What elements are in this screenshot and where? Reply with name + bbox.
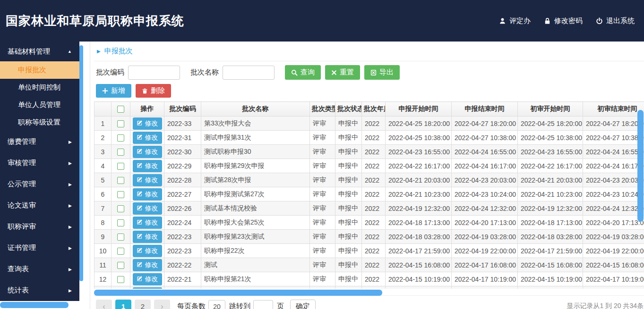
modify-button[interactable]: 修改: [133, 217, 162, 229]
header-link-user[interactable]: 评定办: [499, 17, 531, 25]
cell-review-end: 2022-04-24 16:17:00: [583, 159, 644, 173]
edit-icon: [137, 162, 143, 170]
sidebar-item-label: 统计表: [8, 286, 29, 295]
column-header-7: 申报结束时间: [452, 102, 518, 117]
header-link-logout[interactable]: 退出系统: [596, 17, 635, 25]
edit-icon: [137, 120, 143, 127]
sidebar-horizontal-scrollbar[interactable]: [0, 302, 69, 308]
cell-declare-end: 2022-04-19 03:28:00: [452, 230, 518, 244]
cell-declare-end: 2022-04-17 16:08:00: [452, 258, 518, 272]
reset-button[interactable]: 重置: [325, 65, 360, 80]
cell-batch-type: 评审: [310, 216, 335, 230]
delete-button[interactable]: 删除: [136, 84, 171, 98]
jump-page-input[interactable]: [253, 300, 273, 309]
sidebar-item-publicity-management[interactable]: 公示管理▶: [0, 174, 79, 195]
next-page-button[interactable]: ›: [154, 300, 170, 309]
cell-review-end: 2022-04-24 16:55:00: [583, 145, 644, 159]
modify-button[interactable]: 修改: [133, 160, 162, 172]
row-checkbox[interactable]: [117, 248, 124, 255]
cell-review-end: 2022-04-15 16:08:00: [583, 258, 644, 272]
cell-batch-year: 2022: [362, 272, 386, 286]
header-link-label: 评定办: [509, 17, 531, 25]
cell-batch-year: 2022: [362, 230, 386, 244]
sidebar-item-label: 公示管理: [8, 180, 36, 189]
sidebar-item-label: 基础材料管理: [8, 47, 50, 56]
modify-button[interactable]: 修改: [133, 287, 162, 289]
modify-button[interactable]: 修改: [133, 245, 162, 257]
row-checkbox[interactable]: [117, 262, 124, 269]
sidebar-item-query-table[interactable]: 查询表▶: [0, 259, 79, 280]
table-row: 9修改2022-23职称申报第23次测试评审申报中20222022-04-18 …: [94, 230, 644, 244]
modify-button[interactable]: 修改: [133, 188, 162, 200]
sidebar-item-basic-materials[interactable]: 基础材料管理▲: [0, 42, 79, 61]
cell-batch-type: 评审: [310, 230, 335, 244]
sidebar-item-title-level-setting[interactable]: 职称等级设置: [0, 114, 79, 131]
sidebar-item-statistics-table[interactable]: 统计表▶: [0, 280, 79, 301]
modify-button-label: 修改: [145, 275, 158, 284]
modify-button[interactable]: 修改: [133, 231, 162, 243]
page-button-2[interactable]: 2: [135, 300, 151, 309]
sidebar-item-declare-batch[interactable]: 申报批次: [0, 61, 79, 79]
edit-icon: [137, 247, 143, 255]
modify-button[interactable]: 修改: [133, 273, 162, 285]
cell-operation: 修改: [130, 173, 164, 187]
sidebar-item-label: 申报批次: [18, 66, 46, 75]
sidebar-item-audit-management[interactable]: 审核管理▶: [0, 152, 79, 174]
per-page-input[interactable]: [208, 300, 225, 309]
sidebar-item-label: 证书管理: [8, 243, 36, 252]
export-button[interactable]: 导出: [364, 65, 400, 80]
sidebar-item-title-review[interactable]: 职称评审▶: [0, 216, 79, 237]
table-vertical-scrollbar[interactable]: [637, 110, 644, 222]
modify-button[interactable]: 修改: [133, 117, 162, 130]
batch-name-input[interactable]: [223, 66, 275, 80]
row-checkbox[interactable]: [117, 219, 124, 226]
confirm-button[interactable]: 确定: [290, 300, 316, 309]
sidebar-item-unit-time-control[interactable]: 单位时间控制: [0, 79, 79, 96]
row-checkbox[interactable]: [117, 205, 124, 212]
select-all-checkbox[interactable]: [117, 106, 124, 113]
cell-review-start: 2022-04-21 10:23:00: [518, 187, 583, 201]
batch-code-input[interactable]: [128, 66, 180, 80]
cell-review-start: [518, 286, 583, 289]
sidebar-item-label: 单位人员管理: [18, 100, 60, 109]
column-row-number: [94, 102, 112, 117]
add-button[interactable]: 新增: [96, 84, 131, 98]
row-checkbox[interactable]: [117, 120, 124, 127]
column-header-0: 操作: [130, 102, 164, 117]
row-checkbox[interactable]: [117, 163, 124, 170]
edit-icon: [137, 176, 143, 184]
prev-page-button[interactable]: ‹: [96, 300, 112, 309]
query-button[interactable]: 查询: [285, 65, 321, 80]
modify-button[interactable]: 修改: [133, 146, 162, 158]
row-checkbox[interactable]: [117, 149, 124, 156]
row-checkbox[interactable]: [117, 177, 124, 184]
page-button-1[interactable]: 1: [115, 300, 131, 309]
row-checkbox[interactable]: [117, 234, 124, 241]
header-link-change-password[interactable]: 修改密码: [544, 17, 583, 25]
row-checkbox[interactable]: [117, 134, 124, 142]
table-header-row: 操作批次编码批次名称批次类型批次状态批次年度申报开始时间申报结束时间初审开始时间…: [94, 102, 644, 117]
cell-batch-name: 测试: [201, 258, 310, 272]
table-row: 7修改2022-26测试基本情况校验评审申报中20222022-04-19 12…: [94, 201, 644, 216]
sidebar-item-payment-management[interactable]: 缴费管理▶: [0, 131, 79, 152]
cell-batch-name: 测试申报第31次: [201, 131, 310, 145]
row-index: 4: [94, 159, 112, 173]
row-checkbox[interactable]: [117, 276, 124, 283]
edit-icon: [137, 261, 143, 269]
sidebar-item-certificate-management[interactable]: 证书管理▶: [0, 237, 79, 259]
cell-batch-year: 2022: [362, 201, 386, 216]
sidebar-item-unit-personnel[interactable]: 单位人员管理: [0, 96, 79, 114]
modify-button[interactable]: 修改: [133, 202, 162, 215]
cell-review-end: 2022-04-20 17:13:00: [583, 216, 644, 230]
modify-button[interactable]: 修改: [133, 174, 162, 186]
sidebar-item-paper-review[interactable]: 论文送审▶: [0, 195, 79, 216]
cell-batch-name: 测试职称申报30: [201, 145, 310, 159]
table-horizontal-scrollbar[interactable]: [94, 290, 382, 296]
row-index: 2: [94, 131, 112, 145]
row-index: 9: [94, 230, 112, 244]
modify-button[interactable]: 修改: [133, 259, 162, 271]
modify-button-label: 修改: [145, 247, 158, 255]
sidebar-vertical-scrollbar[interactable]: [79, 45, 83, 281]
row-checkbox[interactable]: [117, 191, 124, 198]
modify-button[interactable]: 修改: [133, 132, 162, 144]
